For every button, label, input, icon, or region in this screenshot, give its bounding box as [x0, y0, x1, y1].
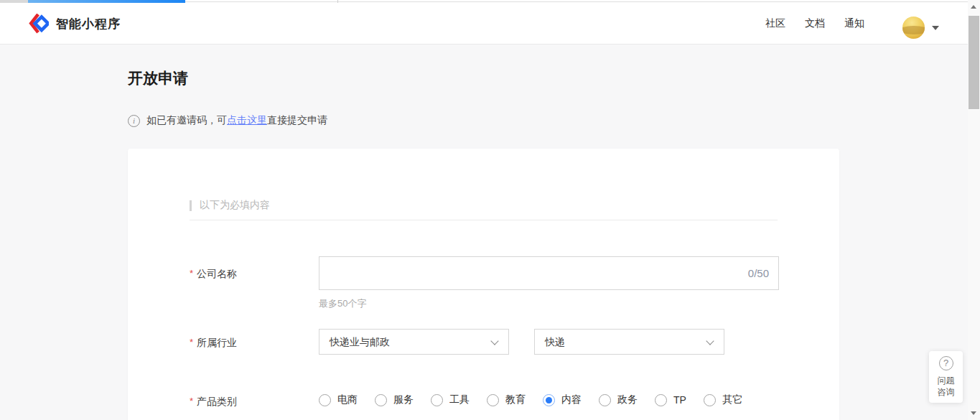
radio-label: 内容: [561, 393, 582, 406]
help-label-line1: 问题: [938, 375, 955, 386]
notice-text: 如已有邀请码，可点击这里直接提交申请: [146, 114, 327, 127]
nav-docs[interactable]: 文档: [805, 17, 825, 30]
chevron-down-icon: [490, 337, 498, 345]
radio-option-content[interactable]: 内容: [543, 393, 582, 406]
industry-secondary-value: 快递: [545, 336, 565, 347]
radio-option-ecommerce[interactable]: 电商: [319, 393, 358, 406]
nav-notifications[interactable]: 通知: [844, 17, 864, 30]
application-form-card: 以下为必填内容 *公司名称 0/50 最多50个字 *所属行业 快递业与邮政 快…: [128, 149, 839, 420]
radio-label: 服务: [393, 393, 414, 406]
radio-label: 政务: [617, 393, 638, 406]
company-name-helper: 最多50个字: [319, 297, 366, 310]
brand-logo-icon: [29, 14, 49, 34]
help-label-line2: 咨询: [938, 387, 955, 397]
notice-prefix: 如已有邀请码，可: [146, 114, 227, 126]
radio-option-education[interactable]: 教育: [487, 393, 526, 406]
company-name-label: *公司名称: [190, 268, 237, 281]
radio-option-tools[interactable]: 工具: [431, 393, 470, 406]
loading-strip-track-line: [185, 1, 968, 2]
radio-icon-selected: [543, 394, 555, 406]
radio-label: 其它: [722, 393, 742, 406]
nav-community[interactable]: 社区: [765, 17, 785, 30]
radio-option-other[interactable]: 其它: [704, 393, 742, 406]
radio-option-tp[interactable]: TP: [655, 394, 686, 406]
industry-label: *所属行业: [190, 337, 237, 350]
required-asterisk: *: [190, 268, 193, 279]
help-button-label: 问题咨询: [938, 375, 955, 398]
app-header: 智能小程序 社区 文档 通知: [0, 3, 968, 45]
product-category-label-text: 产品类别: [197, 396, 237, 407]
vertical-scrollbar[interactable]: [968, 0, 980, 420]
section-marker-bar: [190, 200, 192, 211]
page: 智能小程序 社区 文档 通知 开放申请 i 如已有邀请码，可点击这里直接提交申请…: [0, 0, 980, 420]
radio-option-service[interactable]: 服务: [375, 393, 414, 406]
question-mark-icon: ?: [939, 356, 953, 370]
radio-icon: [487, 394, 499, 406]
header-nav: 社区 文档 通知: [765, 3, 864, 45]
required-asterisk: *: [190, 396, 193, 406]
company-name-input[interactable]: [319, 257, 778, 289]
radio-label: 工具: [449, 393, 470, 406]
company-name-label-text: 公司名称: [197, 268, 237, 279]
brand-logo[interactable]: 智能小程序: [29, 3, 121, 45]
click-here-link[interactable]: 点击这里: [227, 114, 267, 126]
radio-icon: [704, 394, 716, 406]
chevron-down-icon: [706, 337, 714, 345]
product-category-radio-group: 电商 服务 工具 教育 内容 政务: [319, 393, 742, 406]
company-name-field: 0/50: [319, 256, 779, 290]
radio-option-government[interactable]: 政务: [599, 393, 638, 406]
section-title: 以下为必填内容: [200, 199, 270, 212]
radio-label: 教育: [505, 393, 526, 406]
user-avatar[interactable]: [902, 17, 925, 39]
industry-primary-select[interactable]: 快递业与邮政: [319, 329, 509, 355]
industry-primary-value: 快递业与邮政: [330, 336, 390, 347]
industry-secondary-select[interactable]: 快递: [534, 329, 724, 355]
radio-icon: [431, 394, 443, 406]
info-icon: i: [128, 115, 140, 127]
radio-label: TP: [673, 394, 686, 406]
product-category-label: *产品类别: [190, 396, 237, 409]
radio-label: 电商: [337, 393, 358, 406]
help-consult-button[interactable]: ? 问题咨询: [929, 351, 963, 403]
required-section-header: 以下为必填内容: [190, 199, 270, 212]
scrollbar-down-arrow-icon[interactable]: [971, 411, 976, 415]
radio-icon: [319, 394, 331, 406]
avatar-dropdown-caret-icon[interactable]: [932, 26, 939, 30]
section-divider: [190, 220, 778, 220]
radio-icon: [599, 394, 611, 406]
industry-label-text: 所属行业: [197, 337, 237, 348]
brand-logo-text: 智能小程序: [56, 16, 121, 32]
invite-code-notice: i 如已有邀请码，可点击这里直接提交申请: [128, 114, 327, 127]
radio-icon: [375, 394, 387, 406]
page-title: 开放申请: [128, 68, 188, 88]
notice-suffix: 直接提交申请: [267, 114, 327, 126]
scrollbar-thumb[interactable]: [969, 16, 979, 109]
scrollbar-up-arrow-icon[interactable]: [971, 5, 976, 9]
radio-icon: [655, 394, 667, 406]
required-asterisk: *: [190, 337, 193, 347]
